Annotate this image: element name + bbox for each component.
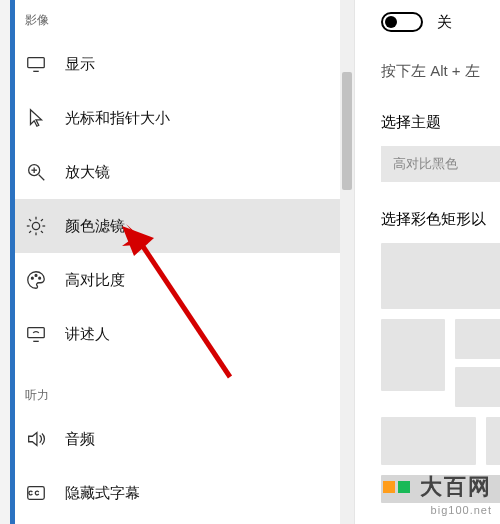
sidebar-item-audio[interactable]: 音频 [15,412,354,466]
theme-heading: 选择主题 [381,113,500,132]
sidebar-item-narrator[interactable]: 讲述人 [15,307,354,361]
svg-line-3 [39,175,45,181]
sidebar-category-audio: 听力 [15,381,354,412]
sidebar-item-label: 音频 [65,430,95,449]
sidebar-item-label: 讲述人 [65,325,110,344]
speaker-icon [25,428,47,450]
svg-line-13 [29,231,31,233]
theme-dropdown[interactable]: 高对比黑色 [381,146,500,182]
watermark-logo-icon [383,481,410,493]
svg-line-12 [41,231,43,233]
sidebar-item-magnifier[interactable]: 放大镜 [15,145,354,199]
captions-icon [25,482,47,504]
sidebar-item-label: 颜色滤镜 [65,217,125,236]
preview-grid [381,243,500,503]
preview-heading: 选择彩色矩形以 [381,210,500,229]
sidebar-category-visual: 影像 [15,6,354,37]
sidebar-item-label: 显示 [65,55,95,74]
svg-point-15 [31,277,33,279]
svg-rect-18 [28,328,45,338]
sidebar-content: 影像 显示 光标和指针大小 放大镜 [15,0,354,524]
toggle-row: 关 [381,12,500,32]
narrator-icon [25,323,47,345]
watermark-en: big100.net [383,504,492,516]
svg-point-6 [32,222,39,229]
svg-rect-0 [28,58,45,68]
sidebar-item-label: 光标和指针大小 [65,109,170,128]
scrollbar-thumb[interactable] [342,72,352,190]
theme-selected-value: 高对比黑色 [393,155,458,173]
preview-box[interactable] [381,319,445,391]
sidebar: 影像 显示 光标和指针大小 放大镜 [0,0,355,524]
preview-box[interactable] [455,319,500,359]
high-contrast-toggle[interactable] [381,12,423,32]
magnifier-icon [25,161,47,183]
preview-box[interactable] [381,417,476,465]
sidebar-item-high-contrast[interactable]: 高对比度 [15,253,354,307]
preview-box[interactable] [381,243,500,309]
sidebar-item-label: 隐藏式字幕 [65,484,140,503]
sidebar-item-cursor[interactable]: 光标和指针大小 [15,91,354,145]
watermark: 大百网 big100.net [383,472,492,516]
sidebar-item-color-filter[interactable]: 颜色滤镜 [15,199,354,253]
sidebar-item-label: 放大镜 [65,163,110,182]
shortcut-hint: 按下左 Alt + 左 [381,62,500,81]
preview-box[interactable] [455,367,500,407]
app-root: 影像 显示 光标和指针大小 放大镜 [0,0,500,524]
preview-box[interactable] [486,417,500,465]
sidebar-item-captions[interactable]: 隐藏式字幕 [15,466,354,520]
svg-line-14 [41,219,43,221]
content-pane: 关 按下左 Alt + 左 选择主题 高对比黑色 选择彩色矩形以 [355,0,500,524]
toggle-knob [385,16,397,28]
svg-point-17 [39,277,41,279]
palette-icon [25,269,47,291]
watermark-cn: 大百网 [420,472,492,502]
svg-rect-20 [28,487,45,500]
sidebar-scrollbar[interactable] [340,0,354,524]
toggle-state-label: 关 [437,13,452,32]
sidebar-item-label: 高对比度 [65,271,125,290]
sidebar-item-display[interactable]: 显示 [15,37,354,91]
brightness-icon [25,215,47,237]
monitor-icon [25,53,47,75]
svg-line-11 [29,219,31,221]
svg-point-16 [35,275,37,277]
cursor-icon [25,107,47,129]
